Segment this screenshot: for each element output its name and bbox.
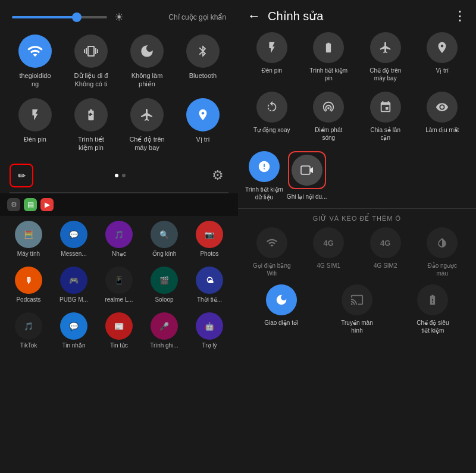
flashlight-btn[interactable]	[18, 98, 52, 131]
app-messages[interactable]: 💬 Tin nhắn	[52, 312, 95, 349]
app-weather[interactable]: 🌤 Thời tiế...	[188, 267, 231, 303]
edit-button[interactable]: ✏	[10, 164, 33, 187]
app-circle-messenger: 💬	[60, 221, 87, 248]
app-tiktok[interactable]: 🎵 TikTok	[7, 312, 50, 349]
right-nearby-btn[interactable]	[370, 92, 401, 123]
right-tiles-row2: Tự động xoay Điểm phátsóng Chia sẻ lâncậ…	[238, 87, 476, 142]
bottom-dark-btn[interactable]	[266, 284, 297, 315]
right-tile-reading: Làm dịu mắt	[416, 92, 469, 142]
inactive-invert-btn[interactable]	[427, 227, 458, 258]
inactive-invert-label: Đảo ngượcmàu	[427, 262, 457, 277]
back-button[interactable]: ←	[248, 8, 261, 24]
section-label: GIỮ VÀ KÉO ĐỂ THÊM Ô	[238, 209, 476, 227]
right-flashlight-btn[interactable]	[256, 32, 287, 63]
right-tile-airplane: Chế độ trênmáy bay	[359, 32, 412, 82]
edit-icon: ✏	[18, 170, 26, 181]
right-tiles-row1: Đèn pin Trình tiết kiệmpin Chế độ trênmá…	[238, 32, 476, 82]
app-name-calculator: Máy tính	[17, 250, 40, 257]
brightness-icon: ☀	[114, 11, 124, 24]
right-tile-data-saver: Trình tiết kiệmdữ liệu	[245, 151, 283, 201]
inactive-tile-4g-wifi: Gọi điện bằngWifi	[245, 227, 299, 277]
inactive-4g-sim1-btn[interactable]: 4G	[313, 227, 344, 258]
app-name-podcasts: Podcasts	[16, 296, 40, 303]
app-podcasts[interactable]: 🎙 Podcasts	[7, 267, 50, 303]
brightness-slider-container[interactable]	[12, 16, 107, 18]
app-name-music: Nhạc	[112, 250, 126, 257]
vibrate-btn[interactable]	[74, 35, 108, 68]
inactive-tiles-row1: Gọi điện bằngWifi 4G 4G SIM1 4G 4G SIM2 …	[238, 227, 476, 277]
app-bar-icons: ⚙ ▤ ▶	[7, 198, 54, 211]
right-tile-autorotate: Tự động xoay	[245, 92, 299, 142]
app-grid-row1: 🧮 Máy tính 💬 Messen... 🎵 Nhạc 🔍 Ống kính…	[0, 216, 238, 262]
right-autorotate-btn[interactable]	[256, 92, 287, 123]
more-button[interactable]: ⋮	[453, 8, 466, 24]
bluetooth-btn[interactable]	[186, 35, 220, 68]
right-screen-record-btn[interactable]	[292, 155, 322, 186]
app-circle-news: 📰	[105, 312, 133, 340]
right-data-saver-btn[interactable]	[249, 151, 280, 182]
quick-tiles-row1: thegioididong Dữ liệu di đKhông có ti Kh…	[0, 30, 238, 93]
right-tile-screen-record: Ghi lại nội du...	[287, 151, 327, 201]
dnd-btn[interactable]	[130, 35, 164, 68]
right-panel: ← Chỉnh sửa ⋮ Đèn pin Trình tiết kiệmpin…	[238, 0, 476, 473]
battery-saver-btn[interactable]	[74, 98, 108, 131]
app-circle-calculator: 🧮	[15, 221, 42, 248]
brightness-label: Chỉ cuộc gọi khẩn	[131, 13, 226, 21]
app-grid-row3: 🎵 TikTok 💬 Tin nhắn 📰 Tin tức 🎤 Trình gh…	[0, 308, 238, 353]
wifi-btn[interactable]	[18, 35, 52, 68]
right-battery-btn[interactable]	[313, 32, 344, 63]
right-hotspot-label: Điểm phátsóng	[315, 126, 342, 142]
screen-record-highlight	[288, 151, 326, 189]
right-battery-label: Trình tiết kiệmpin	[309, 67, 347, 82]
app-lens[interactable]: 🔍 Ống kính	[143, 221, 186, 257]
green-app-icon[interactable]: ▤	[24, 198, 37, 211]
app-circle-lens: 🔍	[151, 221, 178, 248]
inactive-4g-sim2-btn[interactable]: 4G	[370, 227, 401, 258]
brightness-slider[interactable]	[12, 16, 107, 18]
right-nearby-label: Chia sẻ lâncận	[371, 126, 400, 142]
right-reading-btn[interactable]	[427, 92, 458, 123]
inactive-tile-4g-sim1: 4G 4G SIM1	[302, 227, 356, 277]
right-airplane-btn[interactable]	[370, 32, 401, 63]
tile-wifi: thegioididong	[10, 35, 61, 89]
red-app-icon[interactable]: ▶	[40, 198, 54, 211]
airplane-btn[interactable]	[130, 98, 164, 131]
brightness-thumb	[72, 12, 82, 22]
app-circle-pubg: 🎮	[60, 267, 87, 294]
app-music[interactable]: 🎵 Nhạc	[98, 221, 140, 257]
bottom-cast-btn[interactable]	[342, 284, 372, 315]
right-tile-flashlight: Đèn pin	[245, 32, 299, 82]
app-realme[interactable]: 📱 realme L...	[98, 267, 140, 303]
right-tiles-row3: Trình tiết kiệmdữ liệu Ghi lại nội du...	[238, 146, 476, 201]
dot-2	[122, 174, 126, 177]
app-recorder[interactable]: 🎤 Trình ghi...	[143, 312, 186, 349]
app-messenger[interactable]: 💬 Messen...	[52, 221, 95, 257]
right-autorotate-label: Tự động xoay	[253, 126, 290, 134]
app-name-messenger: Messen...	[61, 250, 86, 257]
app-assistant[interactable]: 🤖 Trợ lý	[188, 312, 231, 349]
location-btn[interactable]	[186, 98, 220, 131]
settings-button[interactable]: ⚙	[207, 165, 228, 186]
app-circle-recorder: 🎤	[151, 312, 178, 340]
tile-bluetooth: Bluetooth	[177, 35, 228, 89]
app-calculator[interactable]: 🧮 Máy tính	[7, 221, 50, 257]
app-pubg[interactable]: 🎮 PUBG M...	[52, 267, 95, 303]
bluetooth-label: Bluetooth	[189, 71, 217, 80]
bottom-extreme-label: Chế độ siêutiết kiệm	[416, 319, 449, 334]
right-header: ← Chỉnh sửa ⋮	[238, 0, 476, 32]
app-photos[interactable]: 📷 Photos	[188, 221, 231, 257]
right-location-btn[interactable]	[427, 32, 458, 63]
gear-app-icon[interactable]: ⚙	[7, 198, 20, 211]
bottom-extreme-btn[interactable]	[417, 284, 448, 315]
tile-vibrate: Dữ liệu di đKhông có ti	[65, 35, 117, 89]
right-hotspot-btn[interactable]	[313, 92, 344, 123]
inactive-4g-wifi-btn[interactable]	[256, 227, 287, 258]
tile-airplane: Chế độ trênmáy bay	[121, 98, 173, 152]
right-airplane-label: Chế độ trênmáy bay	[369, 67, 401, 82]
brightness-row: ☀ Chỉ cuộc gọi khẩn	[0, 0, 238, 30]
app-news[interactable]: 📰 Tin tức	[98, 312, 140, 349]
app-circle-weather: 🌤	[196, 267, 223, 294]
app-soloop[interactable]: 🎬 Soloop	[143, 267, 186, 303]
tile-dnd: Không làmphiền	[121, 35, 173, 89]
svg-rect-0	[301, 166, 310, 174]
